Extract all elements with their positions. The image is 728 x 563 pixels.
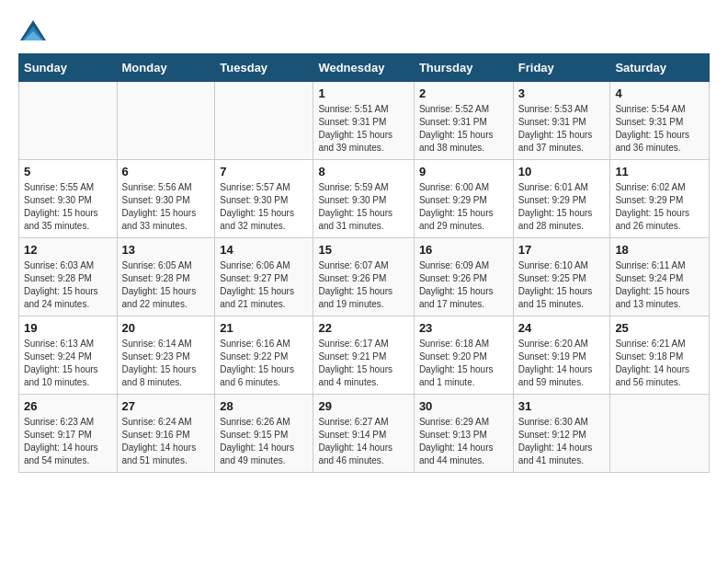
day-number: 27 <box>122 399 210 413</box>
day-info: Sunrise: 6:18 AM Sunset: 9:20 PM Dayligh… <box>419 338 508 389</box>
calendar-cell: 15Sunrise: 6:07 AM Sunset: 9:26 PM Dayli… <box>313 238 414 316</box>
calendar-cell: 2Sunrise: 5:52 AM Sunset: 9:31 PM Daylig… <box>414 82 513 160</box>
day-number: 20 <box>122 321 210 335</box>
calendar-cell: 11Sunrise: 6:02 AM Sunset: 9:29 PM Dayli… <box>610 160 710 238</box>
day-info: Sunrise: 6:16 AM Sunset: 9:22 PM Dayligh… <box>220 338 308 389</box>
day-number: 24 <box>518 321 606 335</box>
day-number: 6 <box>122 165 210 178</box>
day-number: 25 <box>615 321 704 335</box>
day-info: Sunrise: 6:09 AM Sunset: 9:26 PM Dayligh… <box>419 259 508 311</box>
calendar-cell: 12Sunrise: 6:03 AM Sunset: 9:28 PM Dayli… <box>19 238 118 316</box>
calendar-week-row: 5Sunrise: 5:55 AM Sunset: 9:30 PM Daylig… <box>19 160 710 238</box>
calendar-cell: 18Sunrise: 6:11 AM Sunset: 9:24 PM Dayli… <box>610 238 710 316</box>
day-number: 19 <box>24 321 112 335</box>
day-number: 28 <box>220 399 308 413</box>
logo-icon <box>18 18 48 44</box>
calendar-week-row: 1Sunrise: 5:51 AM Sunset: 9:31 PM Daylig… <box>19 82 710 160</box>
day-info: Sunrise: 6:06 AM Sunset: 9:27 PM Dayligh… <box>220 259 308 311</box>
calendar-cell: 25Sunrise: 6:21 AM Sunset: 9:18 PM Dayli… <box>610 316 710 395</box>
day-number: 17 <box>518 243 606 257</box>
day-number: 3 <box>518 86 606 100</box>
calendar-cell: 6Sunrise: 5:56 AM Sunset: 9:30 PM Daylig… <box>117 160 215 238</box>
day-info: Sunrise: 6:20 AM Sunset: 9:19 PM Dayligh… <box>518 338 606 389</box>
calendar-cell: 1Sunrise: 5:51 AM Sunset: 9:31 PM Daylig… <box>313 82 414 160</box>
day-info: Sunrise: 6:02 AM Sunset: 9:29 PM Dayligh… <box>615 181 704 233</box>
day-info: Sunrise: 6:23 AM Sunset: 9:17 PM Dayligh… <box>24 416 112 467</box>
day-number: 21 <box>220 321 308 335</box>
day-number: 18 <box>615 243 704 257</box>
calendar-cell: 21Sunrise: 6:16 AM Sunset: 9:22 PM Dayli… <box>215 316 313 395</box>
day-number: 29 <box>318 399 408 413</box>
day-info: Sunrise: 5:59 AM Sunset: 9:30 PM Dayligh… <box>318 181 408 233</box>
day-number: 2 <box>419 86 508 100</box>
calendar-cell: 13Sunrise: 6:05 AM Sunset: 9:28 PM Dayli… <box>117 238 215 316</box>
day-info: Sunrise: 6:27 AM Sunset: 9:14 PM Dayligh… <box>318 416 408 467</box>
day-number: 11 <box>615 165 704 178</box>
day-number: 4 <box>615 86 704 100</box>
calendar-cell <box>215 82 313 160</box>
day-number: 7 <box>220 165 308 178</box>
calendar-cell: 31Sunrise: 6:30 AM Sunset: 9:12 PM Dayli… <box>513 395 610 473</box>
logo <box>18 18 51 44</box>
day-number: 9 <box>419 165 508 178</box>
day-info: Sunrise: 6:01 AM Sunset: 9:29 PM Dayligh… <box>518 181 606 233</box>
calendar-cell: 8Sunrise: 5:59 AM Sunset: 9:30 PM Daylig… <box>313 160 414 238</box>
day-number: 16 <box>419 243 508 257</box>
calendar-cell <box>610 395 710 473</box>
day-info: Sunrise: 6:26 AM Sunset: 9:15 PM Dayligh… <box>220 416 308 467</box>
day-info: Sunrise: 6:21 AM Sunset: 9:18 PM Dayligh… <box>615 338 704 389</box>
day-header-row: SundayMondayTuesdayWednesdayThursdayFrid… <box>19 54 710 82</box>
day-info: Sunrise: 6:05 AM Sunset: 9:28 PM Dayligh… <box>122 259 210 311</box>
calendar-cell: 14Sunrise: 6:06 AM Sunset: 9:27 PM Dayli… <box>215 238 313 316</box>
day-number: 30 <box>419 399 508 413</box>
calendar-table: SundayMondayTuesdayWednesdayThursdayFrid… <box>18 53 710 473</box>
day-info: Sunrise: 6:17 AM Sunset: 9:21 PM Dayligh… <box>318 338 408 389</box>
day-info: Sunrise: 5:53 AM Sunset: 9:31 PM Dayligh… <box>518 103 606 155</box>
day-info: Sunrise: 5:54 AM Sunset: 9:31 PM Dayligh… <box>615 103 704 155</box>
day-number: 31 <box>518 399 606 413</box>
day-number: 10 <box>518 165 606 178</box>
day-number: 14 <box>220 243 308 257</box>
calendar-cell: 19Sunrise: 6:13 AM Sunset: 9:24 PM Dayli… <box>19 316 118 395</box>
day-of-week-header: Tuesday <box>215 54 313 82</box>
day-number: 23 <box>419 321 508 335</box>
day-info: Sunrise: 6:14 AM Sunset: 9:23 PM Dayligh… <box>122 338 210 389</box>
calendar-week-row: 26Sunrise: 6:23 AM Sunset: 9:17 PM Dayli… <box>19 395 710 473</box>
calendar-cell: 30Sunrise: 6:29 AM Sunset: 9:13 PM Dayli… <box>414 395 513 473</box>
day-info: Sunrise: 6:03 AM Sunset: 9:28 PM Dayligh… <box>24 259 112 311</box>
day-of-week-header: Friday <box>513 54 610 82</box>
calendar-cell: 10Sunrise: 6:01 AM Sunset: 9:29 PM Dayli… <box>513 160 610 238</box>
day-number: 15 <box>318 243 408 257</box>
day-number: 26 <box>24 399 112 413</box>
day-of-week-header: Saturday <box>610 54 710 82</box>
day-of-week-header: Wednesday <box>313 54 414 82</box>
calendar-cell: 17Sunrise: 6:10 AM Sunset: 9:25 PM Dayli… <box>513 238 610 316</box>
calendar-cell: 4Sunrise: 5:54 AM Sunset: 9:31 PM Daylig… <box>610 82 710 160</box>
day-number: 12 <box>24 243 112 257</box>
calendar-cell: 7Sunrise: 5:57 AM Sunset: 9:30 PM Daylig… <box>215 160 313 238</box>
day-info: Sunrise: 5:51 AM Sunset: 9:31 PM Dayligh… <box>318 103 408 155</box>
day-info: Sunrise: 6:24 AM Sunset: 9:16 PM Dayligh… <box>122 416 210 467</box>
calendar-cell: 28Sunrise: 6:26 AM Sunset: 9:15 PM Dayli… <box>215 395 313 473</box>
day-number: 5 <box>24 165 112 178</box>
day-info: Sunrise: 5:52 AM Sunset: 9:31 PM Dayligh… <box>419 103 508 155</box>
calendar-week-row: 12Sunrise: 6:03 AM Sunset: 9:28 PM Dayli… <box>19 238 710 316</box>
day-info: Sunrise: 5:57 AM Sunset: 9:30 PM Dayligh… <box>220 181 308 233</box>
calendar-week-row: 19Sunrise: 6:13 AM Sunset: 9:24 PM Dayli… <box>19 316 710 395</box>
day-number: 13 <box>122 243 210 257</box>
day-number: 22 <box>318 321 408 335</box>
calendar-cell: 27Sunrise: 6:24 AM Sunset: 9:16 PM Dayli… <box>117 395 215 473</box>
day-info: Sunrise: 5:56 AM Sunset: 9:30 PM Dayligh… <box>122 181 210 233</box>
calendar-cell: 24Sunrise: 6:20 AM Sunset: 9:19 PM Dayli… <box>513 316 610 395</box>
day-number: 8 <box>318 165 408 178</box>
calendar-cell <box>117 82 215 160</box>
calendar-cell: 3Sunrise: 5:53 AM Sunset: 9:31 PM Daylig… <box>513 82 610 160</box>
calendar-cell: 16Sunrise: 6:09 AM Sunset: 9:26 PM Dayli… <box>414 238 513 316</box>
day-info: Sunrise: 6:29 AM Sunset: 9:13 PM Dayligh… <box>419 416 508 467</box>
day-number: 1 <box>318 86 408 100</box>
calendar-cell: 29Sunrise: 6:27 AM Sunset: 9:14 PM Dayli… <box>313 395 414 473</box>
calendar-cell: 26Sunrise: 6:23 AM Sunset: 9:17 PM Dayli… <box>19 395 118 473</box>
day-info: Sunrise: 6:10 AM Sunset: 9:25 PM Dayligh… <box>518 259 606 311</box>
calendar-cell: 23Sunrise: 6:18 AM Sunset: 9:20 PM Dayli… <box>414 316 513 395</box>
day-info: Sunrise: 6:30 AM Sunset: 9:12 PM Dayligh… <box>518 416 606 467</box>
